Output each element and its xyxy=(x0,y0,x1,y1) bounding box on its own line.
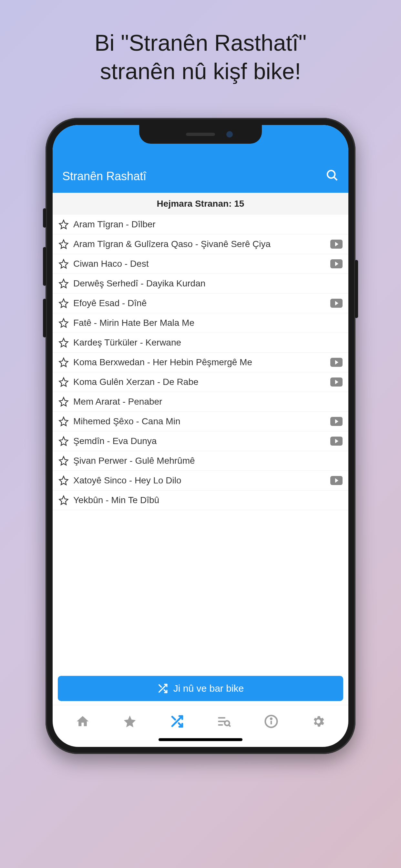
svg-line-1 xyxy=(334,177,337,180)
star-outline-icon[interactable] xyxy=(58,259,69,269)
nav-info[interactable] xyxy=(258,712,284,731)
video-badge-icon[interactable] xyxy=(330,437,343,445)
info-icon xyxy=(264,714,278,728)
star-outline-icon[interactable] xyxy=(58,495,69,505)
promo-line-1: Bi "Stranên Rasthatî" xyxy=(95,30,307,56)
notch-camera xyxy=(226,131,233,137)
song-title: Koma Gulên Xerzan - De Rabe xyxy=(73,377,326,387)
star-outline-icon[interactable] xyxy=(58,416,69,427)
song-row[interactable]: Şivan Perwer - Gulê Mehrûmê xyxy=(53,451,348,471)
svg-line-6 xyxy=(229,725,230,726)
song-title: Aram Tîgran & Gulîzera Qaso - Şivanê Ser… xyxy=(73,239,326,249)
video-badge-icon[interactable] xyxy=(330,377,343,386)
video-badge-icon[interactable] xyxy=(330,358,343,367)
svg-point-9 xyxy=(271,718,272,719)
song-row[interactable]: Mihemed Şêxo - Cana Min xyxy=(53,412,348,431)
song-row[interactable]: Koma Gulên Xerzan - De Rabe xyxy=(53,372,348,392)
search-list-icon xyxy=(217,714,231,728)
search-button[interactable] xyxy=(326,169,339,183)
song-row[interactable]: Aram Tîgran - Dîlber xyxy=(53,215,348,235)
nav-home[interactable] xyxy=(70,712,96,731)
song-title: Şemdîn - Eva Dunya xyxy=(73,436,326,446)
song-row[interactable]: Şemdîn - Eva Dunya xyxy=(53,431,348,451)
reload-button[interactable]: Ji nû ve bar bike xyxy=(58,676,343,701)
phone-side-button xyxy=(43,208,46,228)
phone-notch xyxy=(139,125,262,144)
song-row[interactable]: Xatoyê Sinco - Hey Lo Dilo xyxy=(53,471,348,491)
star-outline-icon[interactable] xyxy=(58,298,69,308)
song-row[interactable]: Derwêş Serhedî - Dayika Kurdan xyxy=(53,274,348,293)
star-outline-icon[interactable] xyxy=(58,219,69,229)
star-outline-icon[interactable] xyxy=(58,436,69,446)
star-outline-icon[interactable] xyxy=(58,278,69,289)
phone-side-button xyxy=(43,299,46,337)
promo-line-2: stranên nû kişf bike! xyxy=(100,59,301,84)
song-title: Efoyê Esad - Dînê xyxy=(73,298,326,308)
gear-icon xyxy=(311,714,326,728)
video-badge-icon[interactable] xyxy=(330,259,343,268)
song-row[interactable]: Kardeş Türküler - Kerwane xyxy=(53,333,348,352)
video-badge-icon[interactable] xyxy=(330,476,343,485)
video-badge-icon[interactable] xyxy=(330,240,343,249)
song-row[interactable]: Aram Tîgran & Gulîzera Qaso - Şivanê Ser… xyxy=(53,235,348,254)
song-title: Mem Ararat - Penaber xyxy=(73,397,343,407)
song-title: Xatoyê Sinco - Hey Lo Dilo xyxy=(73,475,326,486)
song-row[interactable]: Fatê - Mirin Hate Ber Mala Me xyxy=(53,313,348,333)
star-outline-icon[interactable] xyxy=(58,318,69,328)
star-outline-icon[interactable] xyxy=(58,397,69,407)
star-icon xyxy=(123,714,137,728)
star-outline-icon[interactable] xyxy=(58,357,69,368)
song-title: Yekbûn - Min Te Dîbû xyxy=(73,495,343,505)
promo-title: Bi "Stranên Rasthatî" stranên nû kişf bi… xyxy=(95,29,307,86)
star-outline-icon[interactable] xyxy=(58,239,69,249)
reload-button-label: Ji nû ve bar bike xyxy=(174,683,244,694)
phone-side-button xyxy=(355,260,358,318)
page-title: Stranên Rashatî xyxy=(62,169,146,183)
phone-screen: Stranên Rashatî Hejmara Stranan: 15 Aram… xyxy=(53,125,348,747)
song-title: Şivan Perwer - Gulê Mehrûmê xyxy=(73,456,343,466)
song-row[interactable]: Efoyê Esad - Dînê xyxy=(53,293,348,313)
notch-speaker xyxy=(186,133,215,136)
song-row[interactable]: Ciwan Haco - Dest xyxy=(53,254,348,274)
nav-favorites[interactable] xyxy=(117,712,143,731)
nav-shuffle[interactable] xyxy=(164,712,190,731)
home-icon xyxy=(75,714,90,728)
shuffle-icon xyxy=(157,683,168,694)
phone-side-button xyxy=(43,247,46,286)
star-outline-icon[interactable] xyxy=(58,475,69,486)
nav-settings[interactable] xyxy=(305,712,331,731)
song-title: Aram Tîgran - Dîlber xyxy=(73,219,343,229)
phone-frame: Stranên Rashatî Hejmara Stranan: 15 Aram… xyxy=(45,118,356,754)
star-outline-icon[interactable] xyxy=(58,377,69,387)
star-outline-icon[interactable] xyxy=(58,337,69,348)
shuffle-icon xyxy=(170,714,184,728)
song-title: Fatê - Mirin Hate Ber Mala Me xyxy=(73,318,343,328)
video-badge-icon[interactable] xyxy=(330,417,343,426)
song-list[interactable]: Aram Tîgran - DîlberAram Tîgran & Gulîze… xyxy=(53,215,348,672)
song-count: Hejmara Stranan: 15 xyxy=(53,193,348,215)
nav-search-list[interactable] xyxy=(211,712,237,731)
star-outline-icon[interactable] xyxy=(58,456,69,466)
song-row[interactable]: Mem Ararat - Penaber xyxy=(53,392,348,412)
home-indicator[interactable] xyxy=(158,738,243,741)
song-title: Derwêş Serhedî - Dayika Kurdan xyxy=(73,278,343,289)
svg-point-0 xyxy=(328,170,335,178)
song-row[interactable]: Koma Berxwedan - Her Hebin Pêşmergê Me xyxy=(53,352,348,372)
video-badge-icon[interactable] xyxy=(330,299,343,308)
song-row[interactable]: Yekbûn - Min Te Dîbû xyxy=(53,491,348,510)
song-title: Koma Berxwedan - Her Hebin Pêşmergê Me xyxy=(73,357,326,368)
song-title: Ciwan Haco - Dest xyxy=(73,259,326,269)
search-icon xyxy=(326,169,339,182)
song-title: Mihemed Şêxo - Cana Min xyxy=(73,416,326,427)
song-title: Kardeş Türküler - Kerwane xyxy=(73,337,343,348)
